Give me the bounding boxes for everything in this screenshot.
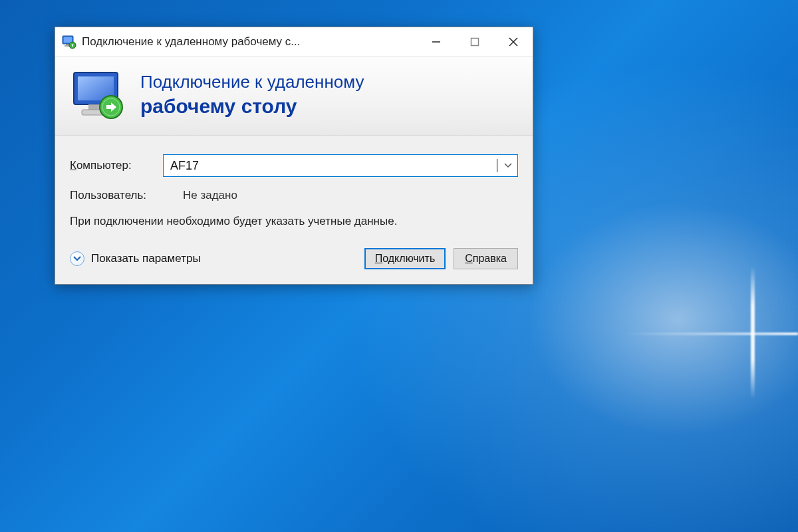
rdp-banner-icon bbox=[70, 68, 128, 122]
dialog-body: Компьютер: AF17 Пользователь: Не задано … bbox=[55, 136, 533, 284]
svg-rect-1 bbox=[64, 37, 72, 43]
maximize-icon bbox=[470, 37, 479, 47]
window-title: Подключение к удаленному рабочему с... bbox=[82, 35, 417, 49]
banner-title-line1: Подключение к удаленному bbox=[140, 72, 364, 92]
computer-combobox[interactable]: AF17 bbox=[163, 154, 518, 177]
help-button[interactable]: Справка bbox=[454, 248, 518, 269]
banner: Подключение к удаленному рабочему столу bbox=[55, 57, 533, 136]
show-options-toggle[interactable]: Показать параметры bbox=[70, 251, 356, 266]
banner-text: Подключение к удаленному рабочему столу bbox=[140, 72, 364, 118]
computer-label: Компьютер: bbox=[70, 159, 163, 172]
dialog-footer: Показать параметры Подключить Справка bbox=[70, 248, 518, 269]
desktop-light-horizontal bbox=[625, 332, 798, 335]
user-label: Пользователь: bbox=[70, 189, 183, 202]
maximize-button[interactable] bbox=[456, 27, 494, 56]
close-icon bbox=[508, 37, 519, 47]
minimize-icon bbox=[432, 37, 441, 47]
computer-row: Компьютер: AF17 bbox=[70, 154, 518, 177]
user-row: Пользователь: Не задано bbox=[70, 189, 518, 202]
titlebar[interactable]: Подключение к удаленному рабочему с... bbox=[55, 27, 533, 57]
banner-title-line2: рабочему столу bbox=[140, 94, 364, 118]
connect-button[interactable]: Подключить bbox=[364, 248, 446, 269]
svg-rect-6 bbox=[471, 38, 479, 45]
computer-value: AF17 bbox=[170, 159, 496, 173]
minimize-button[interactable] bbox=[417, 27, 456, 56]
rdp-app-icon bbox=[62, 35, 76, 49]
close-button[interactable] bbox=[494, 27, 533, 56]
chevron-down-icon[interactable] bbox=[497, 161, 512, 170]
rdp-dialog-window: Подключение к удаленному рабочему с... bbox=[55, 27, 533, 285]
show-options-label: Показать параметры bbox=[91, 252, 201, 265]
expand-icon bbox=[70, 251, 84, 266]
credentials-info: При подключении необходимо будет указать… bbox=[70, 214, 442, 229]
window-controls bbox=[417, 27, 533, 56]
user-value: Не задано bbox=[183, 189, 237, 202]
